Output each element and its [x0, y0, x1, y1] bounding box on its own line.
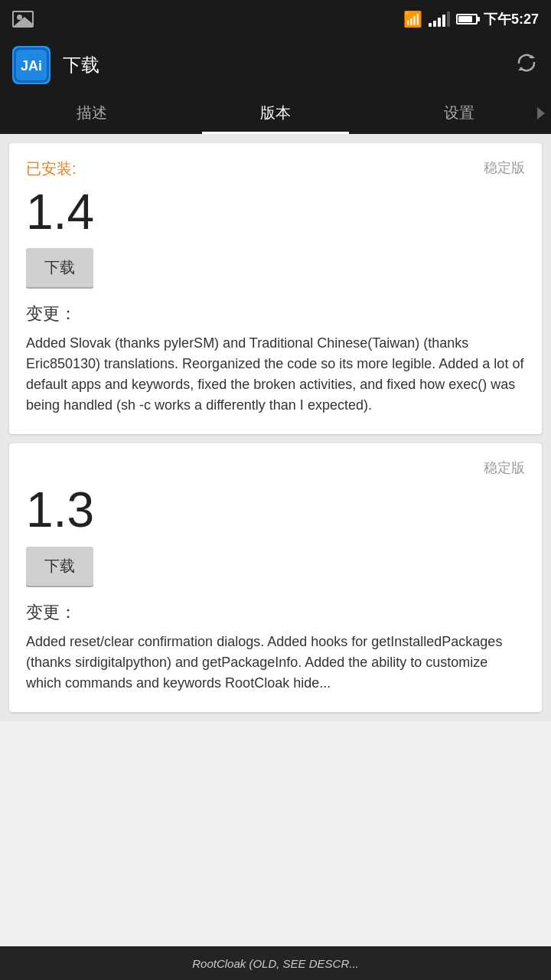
tab-description[interactable]: 描述 [0, 92, 184, 134]
status-bar-left [12, 11, 34, 28]
app-title: 下载 [63, 53, 502, 77]
version-card-1-3: 稳定版 1.3 下载 变更： Added reset/clear confirm… [9, 443, 542, 711]
signal-bars [429, 11, 450, 27]
version-number-1-3: 1.3 [26, 483, 525, 537]
changes-text-1-4: Added Slovak (thanks pylerSM) and Tradit… [26, 333, 525, 416]
app-header: JAi 下载 [0, 38, 551, 92]
changes-title-1-3: 变更： [26, 601, 525, 624]
status-bar: 📶 下午5:27 [0, 0, 551, 38]
version-card-1-4: 已安装: 稳定版 1.4 下载 变更： Added Slovak (thanks… [9, 143, 542, 434]
changes-text-1-3: Added reset/clear confirmation dialogs. … [26, 632, 525, 694]
download-button-1-4[interactable]: 下载 [26, 248, 93, 287]
app-icon: JAi [12, 46, 51, 84]
changes-title-1-4: 变更： [26, 302, 525, 325]
battery-icon [456, 14, 478, 24]
wifi-icon: 📶 [403, 10, 422, 28]
stable-label-1-4: 稳定版 [484, 158, 525, 177]
installed-label: 已安装: [26, 158, 77, 179]
status-bar-right: 📶 下午5:27 [403, 10, 539, 28]
download-button-1-3[interactable]: 下载 [26, 547, 93, 586]
stable-label-1-3: 稳定版 [484, 459, 525, 477]
tab-arrow-icon [537, 107, 545, 119]
tab-settings[interactable]: 设置 [367, 92, 551, 134]
gallery-icon [12, 11, 34, 28]
tab-bar: 描述 版本 设置 [0, 92, 551, 134]
tab-version[interactable]: 版本 [184, 92, 367, 134]
content-area: 已安装: 稳定版 1.4 下载 变更： Added Slovak (thanks… [0, 134, 551, 721]
bottom-bar-text: RootCloak (OLD, SEE DESCR... [192, 957, 359, 970]
version-number-1-4: 1.4 [26, 185, 525, 239]
svg-text:JAi: JAi [21, 58, 42, 74]
version-header-1-3: 稳定版 [26, 459, 525, 477]
status-time: 下午5:27 [484, 10, 539, 28]
refresh-button[interactable] [514, 51, 539, 80]
version-header-1-4: 已安装: 稳定版 [26, 158, 525, 179]
bottom-bar: RootCloak (OLD, SEE DESCR... [0, 946, 551, 980]
